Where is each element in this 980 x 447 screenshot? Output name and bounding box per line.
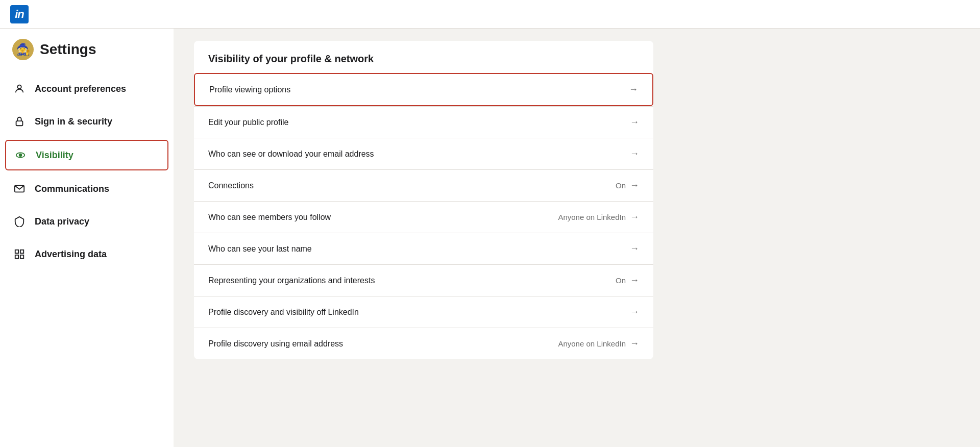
- top-navigation: in: [0, 0, 980, 29]
- sidebar-navigation: Account preferences Sign in & security: [0, 72, 174, 270]
- settings-header: 🧙 Settings: [0, 39, 174, 72]
- section-title: Visibility of your profile & network: [194, 41, 653, 73]
- menu-item-label: Edit your public profile: [208, 118, 288, 127]
- linkedin-logo[interactable]: in: [10, 5, 29, 23]
- menu-item-label: Who can see or download your email addre…: [208, 150, 374, 159]
- sidebar-item-label: Sign in & security: [35, 116, 112, 127]
- svg-point-0: [17, 85, 21, 89]
- chevron-right-icon: →: [630, 117, 639, 128]
- sidebar-item-account-preferences[interactable]: Account preferences: [0, 72, 174, 105]
- sidebar-item-label: Advertising data: [35, 249, 107, 260]
- menu-item-right: Anyone on LinkedIn →: [558, 212, 639, 222]
- menu-item-value: On: [616, 181, 626, 190]
- sidebar-item-label: Communications: [35, 184, 109, 194]
- menu-item-edit-public-profile[interactable]: Edit your public profile →: [194, 106, 653, 138]
- menu-item-who-can-see-last-name[interactable]: Who can see your last name →: [194, 233, 653, 264]
- chevron-right-icon: →: [630, 338, 639, 349]
- sidebar-item-label: Visibility: [36, 150, 74, 161]
- main-layout: 🧙 Settings Account preferences: [0, 29, 980, 447]
- svg-rect-5: [15, 250, 18, 253]
- menu-item-label: Connections: [208, 181, 254, 190]
- sidebar-item-label: Data privacy: [35, 216, 89, 227]
- sidebar-item-label: Account preferences: [35, 84, 126, 94]
- svg-rect-8: [20, 255, 23, 258]
- menu-item-label: Profile discovery using email address: [208, 339, 343, 349]
- menu-item-right: →: [629, 84, 638, 95]
- content-area: Visibility of your profile & network Pro…: [174, 29, 980, 447]
- menu-item-right: On →: [616, 180, 639, 191]
- menu-item-profile-viewing-options[interactable]: Profile viewing options →: [194, 73, 653, 106]
- menu-item-right: Anyone on LinkedIn →: [558, 338, 639, 349]
- svg-point-3: [19, 154, 22, 157]
- menu-item-profile-discovery-off-linkedin[interactable]: Profile discovery and visibility off Lin…: [194, 296, 653, 328]
- svg-rect-6: [20, 250, 23, 253]
- chevron-right-icon: →: [630, 180, 639, 191]
- chevron-right-icon: →: [630, 307, 639, 317]
- menu-item-value: Anyone on LinkedIn: [558, 213, 626, 221]
- grid-icon: [12, 247, 27, 261]
- menu-item-right: →: [630, 117, 639, 128]
- menu-item-label: Who can see your last name: [208, 244, 312, 254]
- sidebar-item-sign-in-security[interactable]: Sign in & security: [0, 105, 174, 138]
- menu-item-right: On →: [616, 275, 639, 286]
- settings-title: Settings: [40, 41, 96, 58]
- menu-item-value: On: [616, 276, 626, 285]
- person-icon: [12, 82, 27, 96]
- chevron-right-icon: →: [629, 84, 638, 95]
- lock-icon: [12, 114, 27, 129]
- menu-item-who-can-see-members[interactable]: Who can see members you follow Anyone on…: [194, 201, 653, 233]
- sidebar-item-advertising-data[interactable]: Advertising data: [0, 238, 174, 270]
- avatar: 🧙: [12, 39, 34, 60]
- shield-icon: [12, 214, 27, 229]
- chevron-right-icon: →: [630, 243, 639, 254]
- sidebar-item-visibility[interactable]: Visibility: [5, 140, 168, 170]
- svg-rect-7: [15, 255, 18, 258]
- menu-item-connections[interactable]: Connections On →: [194, 169, 653, 201]
- menu-item-right: →: [630, 243, 639, 254]
- mail-icon: [12, 182, 27, 196]
- eye-icon: [13, 148, 28, 162]
- menu-item-who-can-see-email[interactable]: Who can see or download your email addre…: [194, 138, 653, 169]
- chevron-right-icon: →: [630, 148, 639, 159]
- menu-item-label: Profile discovery and visibility off Lin…: [208, 308, 359, 317]
- menu-item-label: Representing your organizations and inte…: [208, 276, 375, 285]
- menu-item-right: →: [630, 148, 639, 159]
- menu-item-right: →: [630, 307, 639, 317]
- menu-item-label: Profile viewing options: [209, 85, 290, 94]
- menu-item-label: Who can see members you follow: [208, 213, 331, 222]
- menu-item-value: Anyone on LinkedIn: [558, 339, 626, 348]
- svg-rect-1: [16, 121, 23, 126]
- sidebar-item-communications[interactable]: Communications: [0, 172, 174, 205]
- menu-item-representing-organizations[interactable]: Representing your organizations and inte…: [194, 264, 653, 296]
- chevron-right-icon: →: [630, 275, 639, 286]
- sidebar-item-data-privacy[interactable]: Data privacy: [0, 205, 174, 238]
- content-card: Visibility of your profile & network Pro…: [194, 41, 653, 359]
- menu-item-profile-discovery-email[interactable]: Profile discovery using email address An…: [194, 328, 653, 359]
- sidebar: 🧙 Settings Account preferences: [0, 29, 174, 447]
- chevron-right-icon: →: [630, 212, 639, 222]
